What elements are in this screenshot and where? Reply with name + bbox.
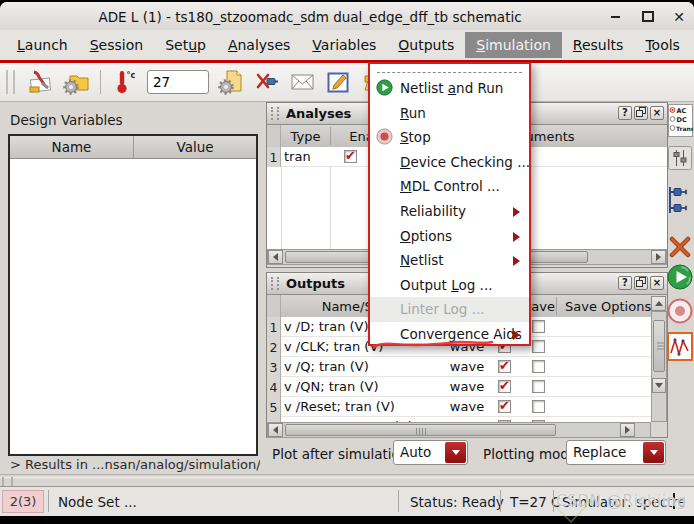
stop-circle-large-icon[interactable] [667,298,693,324]
delete-x-icon[interactable] [667,236,693,258]
menu-item-linter-log: Linter Log ... [370,297,529,322]
menu-item-label: Output Log ... [400,277,492,293]
dock-divider-grip[interactable] [2,477,13,486]
menubar-item-setup[interactable]: Setup [154,32,217,58]
submenu-arrow-icon [513,330,520,340]
analyses-panel-title: Analyses [286,106,351,121]
dropdown-arrow-icon[interactable] [445,442,466,463]
toolbar-grip[interactable] [6,70,15,94]
plot-checkbox[interactable] [498,360,511,373]
scroll-right-arrow[interactable] [651,250,666,264]
scrollbar-thumb[interactable] [285,424,556,436]
plotting-mode-label: Plotting mode [483,446,566,462]
help-button[interactable]: ? [618,106,632,120]
design-variables-table[interactable]: Name Value [8,134,258,456]
gear-folder-icon[interactable] [61,67,91,97]
toolbar: °c [0,63,694,102]
enable-checkbox[interactable] [344,150,357,163]
menubar-item-session[interactable]: Session [79,32,154,58]
outputs-vscrollbar[interactable] [651,311,667,422]
menubar-item-analyses[interactable]: Analyses [217,32,301,58]
netlist-plug-icon[interactable] [252,67,282,97]
column-header-save-options[interactable]: Save Options [557,295,658,317]
outputs-row[interactable]: 5v /Reset; tran (V)wave [267,397,651,417]
svg-text:DC: DC [676,116,686,124]
maximize-button[interactable] [637,9,659,24]
scrollbar-thumb[interactable] [653,320,665,372]
outputs-row[interactable]: 4v /QN; tran (V)wave [267,377,651,397]
toolbar-separator [100,70,101,94]
outputs-panel-buttons: ? × [618,276,664,290]
panel-grip[interactable] [271,107,279,120]
float-button[interactable] [634,106,648,120]
dropdown-arrow-icon[interactable] [643,442,664,463]
menu-item-label: Netlist and Run [400,80,503,96]
menubar-item-simulation[interactable]: Simulation [465,32,562,58]
menu-icon-slot [376,300,394,318]
menubar-item-launch[interactable]: Launch [6,32,79,58]
plot-after-simulation-select[interactable]: Auto [393,440,468,465]
status-separator [48,490,49,512]
dock-divider[interactable] [0,474,694,478]
plot-checkbox[interactable] [498,400,511,413]
menu-icon-slot [376,276,394,294]
column-header-value[interactable]: Value [134,136,256,158]
menu-tearoff-handle[interactable] [377,72,522,73]
menu-item-run[interactable]: Run [370,101,529,126]
scroll-down-arrow[interactable] [652,378,666,393]
menu-item-stop[interactable]: Stop [370,125,529,150]
play-circle-icon [376,79,394,97]
panel-close-button[interactable]: × [650,106,664,120]
stop-circle-icon [376,128,394,146]
menu-item-netlist-and-run[interactable]: Netlist and Run [370,76,529,101]
menu-item-mdl-control[interactable]: MDL Control ... [370,174,529,199]
menubar-item-variables[interactable]: Variables [301,32,387,58]
menu-icon-slot [376,251,394,269]
menubar-item-results[interactable]: Results [562,32,635,58]
save-checkbox[interactable] [532,380,545,393]
scroll-left-arrow[interactable] [268,423,283,437]
column-header-name[interactable]: Name [10,136,133,158]
menu-item-label: Options [400,228,452,244]
play-circle-large-icon[interactable] [667,264,693,290]
column-header-type[interactable]: Type [281,125,330,147]
panel-close-button[interactable]: × [650,276,664,290]
watermark-mark [545,500,609,524]
waveform-icon[interactable] [667,332,693,361]
status-badge: 2(3) [2,490,44,513]
menu-item-reliability[interactable]: Reliability [370,199,529,224]
gear-document-icon[interactable] [216,67,246,97]
scroll-left-arrow[interactable] [268,250,283,264]
svg-text:Trans: Trans [676,125,693,132]
panel-grip[interactable] [271,277,279,290]
save-checkbox[interactable] [532,340,545,353]
menubar-item-outputs[interactable]: Outputs [387,32,465,58]
output-name-cell: v /QN; tran (V) [284,379,379,394]
save-checkbox[interactable] [532,360,545,373]
ac-dc-tran-icon[interactable]: ACDCTrans [667,104,693,137]
scroll-up-arrow[interactable] [651,296,666,311]
save-checkbox[interactable] [532,400,545,413]
scroll-right-arrow[interactable] [620,423,635,437]
plugs-icon[interactable] [667,184,693,224]
menu-item-netlist[interactable]: Netlist [370,248,529,273]
temperature-input[interactable] [147,70,209,94]
plot-after-simulation-label: Plot after simulation [272,446,393,462]
outputs-hscrollbar[interactable] [267,422,651,438]
plot-checkbox[interactable] [498,380,511,393]
float-button[interactable] [634,276,648,290]
plotting-mode-select[interactable]: Replace [566,440,666,465]
outputs-row[interactable]: 3v /Q; tran (V)wave [267,357,651,377]
wrench-sheet-icon[interactable] [25,67,55,97]
menu-item-output-log[interactable]: Output Log ... [370,273,529,298]
save-checkbox[interactable] [532,320,545,333]
pencil-square-icon[interactable] [324,67,354,97]
envelope-icon[interactable] [288,67,318,97]
minimize-button[interactable] [604,9,626,24]
menu-item-label: Reliability [400,203,466,219]
menu-item-options[interactable]: Options [370,224,529,249]
row-number: 2 [267,337,281,357]
help-button[interactable]: ? [618,276,632,290]
sliders-icon[interactable] [667,146,693,170]
menu-item-device-checking[interactable]: Device Checking ... [370,150,529,175]
